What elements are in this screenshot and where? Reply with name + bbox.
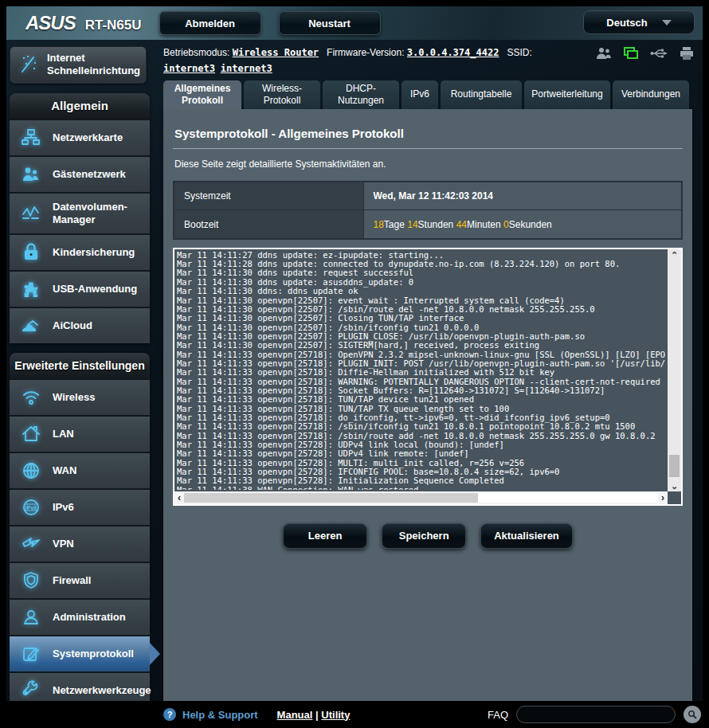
sidebar-item-traffic-manager[interactable]: Datenvolumen-Manager (10, 194, 150, 233)
reboot-button[interactable]: Neustart (279, 11, 381, 35)
sidebar-item-guest-network[interactable]: Gästenetzwerk (10, 157, 150, 192)
usb-icon[interactable] (650, 46, 668, 61)
tab-port-forwarding[interactable]: Portweiterleitung (524, 80, 610, 109)
language-select[interactable]: Deutsch (583, 10, 695, 34)
ssid-link-2[interactable]: internet3 (221, 63, 272, 74)
help-support-link[interactable]: Help & Support (182, 709, 258, 721)
svg-text:IPv6: IPv6 (25, 504, 37, 510)
sidebar-item-label: Netzwerkkarte (53, 131, 123, 144)
status-icons (596, 46, 695, 61)
sidebar-item-ipv6[interactable]: IPv6 IPv6 (10, 490, 150, 525)
boot-time-value: 18Tage 14Stunden 44Minuten 0Sekunden (363, 210, 682, 239)
clients-icon[interactable] (596, 46, 612, 61)
vertical-scroll-thumb[interactable] (669, 455, 680, 477)
clear-button[interactable]: Leeren (283, 523, 367, 549)
faq-label: FAQ (488, 709, 508, 721)
sidebar-item-parental-control[interactable]: Kindersicherung (10, 235, 150, 270)
page-description: Diese Seite zeigt detaillierte Systemakt… (174, 159, 681, 170)
traffic-manager-icon (19, 202, 43, 225)
sidebar-item-label: Kindersicherung (53, 246, 135, 259)
system-time-label: Systemzeit (174, 182, 363, 210)
sidebar-item-label: IPv6 (53, 501, 74, 514)
top-banner: ASUS RT-N65U Abmelden Neustart Deutsch (6, 6, 703, 40)
content-area: Betriebsmodus: Wireless Router Firmware-… (157, 40, 703, 701)
brand: ASUS RT-N65U (25, 12, 142, 34)
title-divider (173, 148, 683, 149)
sidebar-item-quick-setup[interactable]: Internet Schnelleinrichtung (10, 46, 147, 84)
sidebar-item-lan[interactable]: LAN (10, 417, 150, 452)
link-separator: | (315, 709, 319, 721)
sidebar-group-advanced: Erweiterte Einstellungen Wireless LAN (10, 353, 150, 708)
page-title: Systemprotokoll - Allgemeines Protokoll (174, 127, 681, 140)
sidebar-item-wan[interactable]: WAN (10, 453, 150, 488)
firmware-version-link[interactable]: 3.0.0.4.374_4422 (407, 47, 499, 58)
op-mode-label: Betriebsmodus: (163, 47, 229, 58)
printer-icon[interactable] (679, 46, 695, 61)
system-log-text[interactable]: Mar 11 14:11:27 ddns update: ez-ipupdate… (177, 251, 665, 490)
system-log-viewer[interactable]: Mar 11 14:11:27 ddns update: ez-ipupdate… (173, 248, 683, 506)
tab-dhcp-leases[interactable]: DHCP-Nutzungen (323, 80, 399, 109)
lan-clients-icon[interactable] (623, 46, 639, 61)
op-mode-link[interactable]: Wireless Router (233, 47, 319, 58)
ssid-link-1[interactable]: internet3 (163, 63, 215, 74)
cloud-icon (19, 314, 43, 338)
utility-link[interactable]: Utility (321, 709, 350, 721)
help-icon[interactable]: ? (163, 708, 176, 721)
guest-network-icon (19, 162, 43, 186)
scroll-up-icon[interactable]: ⌃ (671, 249, 678, 260)
tab-routing-table[interactable]: Routingtabelle (441, 80, 522, 109)
tab-bar: Allgemeines Protokoll Wireless-Protokoll… (163, 80, 703, 109)
footer: ? Help & Support Manual | Utility FAQ (0, 701, 709, 728)
doc-links: Manual | Utility (277, 709, 351, 721)
manual-link[interactable]: Manual (277, 709, 313, 721)
horizontal-scroll-thumb[interactable] (184, 493, 478, 503)
search-button[interactable] (684, 706, 701, 723)
tab-general-log[interactable]: Allgemeines Protokoll (163, 80, 241, 109)
main-layout: Internet Schnelleinrichtung Allgemein Ne… (6, 40, 703, 701)
magic-wand-icon (17, 53, 41, 76)
horizontal-scroll-track[interactable] (184, 493, 658, 503)
logout-button[interactable]: Abmelden (159, 11, 261, 35)
ssid-label: SSID: (507, 47, 531, 58)
house-icon (19, 422, 43, 446)
language-value: Deutsch (606, 17, 647, 29)
lock-icon (19, 241, 43, 264)
vertical-scrollbar[interactable]: ⌃ ⌄ (668, 249, 681, 491)
sidebar-item-label: AiCloud (53, 319, 92, 332)
sidebar-item-aicloud[interactable]: AiCloud (10, 308, 150, 343)
system-time-value: Wed, Mar 12 11:42:03 2014 (363, 182, 682, 210)
sidebar-item-label: Administration (53, 611, 126, 624)
horizontal-scrollbar[interactable]: ‹ › (174, 491, 668, 504)
shield-icon (19, 569, 43, 593)
scroll-right-icon[interactable]: › (658, 492, 668, 503)
sidebar-item-usb-application[interactable]: USB-Anwendung (10, 272, 150, 307)
sidebar-item-label: USB-Anwendung (53, 283, 137, 296)
sidebar-item-firewall[interactable]: Firewall (10, 563, 150, 598)
scroll-down-icon[interactable]: ⌄ (671, 480, 678, 491)
chevron-down-icon (662, 20, 672, 25)
table-row: Systemzeit Wed, Mar 12 11:42:03 2014 (174, 182, 682, 210)
sidebar-item-administration[interactable]: Administration (10, 600, 150, 635)
log-panel: Systemprotokoll - Allgemeines Protokoll … (163, 109, 692, 711)
person-icon (19, 605, 43, 629)
sidebar-item-label: Datenvolumen-Manager (53, 201, 150, 225)
sidebar-item-system-log[interactable]: Systemprotokoll (10, 636, 150, 671)
tab-wireless-log[interactable]: Wireless-Protokoll (244, 80, 320, 109)
firmware-label: Firmware-Version: (327, 47, 404, 58)
tab-connections[interactable]: Verbindungen (613, 80, 689, 109)
sidebar-item-label: Firewall (53, 574, 91, 587)
refresh-button[interactable]: Aktualisieren (480, 523, 573, 549)
table-row: Bootzeit 18Tage 14Stunden 44Minuten 0Sek… (174, 210, 682, 239)
sidebar-item-label: Gästenetzwerk (53, 168, 126, 181)
tab-ipv6[interactable]: IPv6 (402, 80, 438, 109)
ipv6-globe-icon: IPv6 (19, 495, 43, 519)
save-button[interactable]: Speichern (382, 523, 466, 549)
sidebar-item-network-map[interactable]: Netzwerkkarte (10, 120, 150, 155)
sidebar-item-vpn[interactable]: VPN (10, 526, 150, 562)
sidebar-item-label: VPN (53, 538, 74, 550)
faq-search-input[interactable] (516, 706, 676, 723)
scroll-left-icon[interactable]: ‹ (174, 492, 184, 503)
network-map-icon (19, 126, 43, 150)
sidebar-item-wireless[interactable]: Wireless (10, 380, 150, 415)
model-name: RT-N65U (85, 18, 142, 33)
